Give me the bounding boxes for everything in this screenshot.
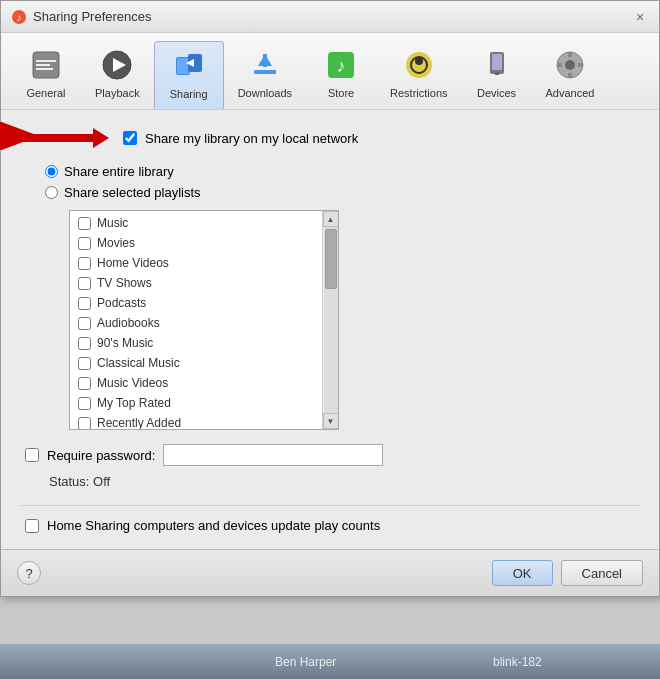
svg-rect-27 [557,63,562,67]
restrictions-icon [401,47,437,83]
tab-restrictions[interactable]: Restrictions [376,41,461,109]
tab-store-label: Store [328,87,354,99]
playlist-podcasts-check[interactable] [78,297,91,310]
taskbar-preview: Ben Harper blink-182 [0,644,660,679]
list-item: Movies [70,233,322,253]
button-group: OK Cancel [492,560,643,586]
tab-downloads-label: Downloads [238,87,292,99]
scroll-track [324,227,338,413]
svg-rect-28 [578,63,583,67]
share-entire-label: Share entire library [64,164,174,179]
svg-rect-4 [36,64,50,66]
share-network-row: Share my library on my local network [21,126,639,150]
svg-rect-5 [36,68,53,70]
playlist-musicvideos-label: Music Videos [97,376,168,390]
tab-playback[interactable]: Playback [81,41,154,109]
app-icon: ♪ [11,9,27,25]
svg-point-24 [565,60,575,70]
sharing-icon [171,48,207,84]
list-item: TV Shows [70,273,322,293]
tab-store[interactable]: ♪ Store [306,41,376,109]
tab-general-label: General [26,87,65,99]
list-item: 90's Music [70,333,322,353]
svg-rect-3 [36,60,56,62]
scroll-up-arrow[interactable]: ▲ [323,211,339,227]
svg-rect-9 [177,58,189,74]
share-entire-radio[interactable] [45,165,58,178]
status-label: Status: Off [49,474,110,489]
svg-rect-25 [568,52,572,57]
playlist-podcasts-label: Podcasts [97,296,146,310]
status-row: Status: Off [49,474,639,489]
home-sharing-label: Home Sharing computers and devices updat… [47,518,380,533]
password-input[interactable] [163,444,383,466]
devices-icon [479,47,515,83]
taskbar-artist-2: Ben Harper [275,655,336,669]
share-network-checkbox[interactable] [123,131,137,145]
tab-devices-label: Devices [477,87,516,99]
playlist-movies-check[interactable] [78,237,91,250]
store-icon: ♪ [323,47,359,83]
advanced-icon [552,47,588,83]
svg-rect-12 [254,70,276,74]
playlist-music-check[interactable] [78,217,91,230]
tab-sharing[interactable]: Sharing [154,41,224,109]
playlist-musicvideos-check[interactable] [78,377,91,390]
playlist-homevideos-check[interactable] [78,257,91,270]
ok-button[interactable]: OK [492,560,553,586]
playlist-90smusic-label: 90's Music [97,336,153,350]
tab-advanced[interactable]: Advanced [532,41,609,109]
cancel-button[interactable]: Cancel [561,560,643,586]
list-item: Music Videos [70,373,322,393]
tab-playback-label: Playback [95,87,140,99]
toolbar: General Playback [1,33,659,110]
playlist-audiobooks-label: Audiobooks [97,316,160,330]
window-title: Sharing Preferences [33,9,152,24]
tab-downloads[interactable]: Downloads [224,41,306,109]
share-selected-row: Share selected playlists [45,185,639,200]
scroll-down-arrow[interactable]: ▼ [323,413,339,429]
playlist-tvshows-label: TV Shows [97,276,152,290]
playlist-audiobooks-check[interactable] [78,317,91,330]
help-button[interactable]: ? [17,561,41,585]
svg-marker-31 [21,128,109,148]
radio-group: Share entire library Share selected play… [45,164,639,200]
content-area: Share my library on my local network Sha… [1,110,659,549]
divider [21,505,639,506]
playback-icon [99,47,135,83]
playlist-recentlyadded-label: Recently Added [97,416,181,429]
playlist-90smusic-check[interactable] [78,337,91,350]
list-item: Music [70,213,322,233]
playlist-toprated-check[interactable] [78,397,91,410]
share-selected-label: Share selected playlists [64,185,201,200]
bottom-bar: ? OK Cancel [1,549,659,596]
playlist-classical-check[interactable] [78,357,91,370]
tab-devices[interactable]: Devices [462,41,532,109]
list-item: Classical Music [70,353,322,373]
svg-rect-22 [495,72,499,75]
list-item: Podcasts [70,293,322,313]
home-sharing-checkbox[interactable] [25,519,39,533]
playlist-toprated-label: My Top Rated [97,396,171,410]
playlist-recentlyadded-check[interactable] [78,417,91,430]
playlist-scrollbar[interactable]: ▲ ▼ [322,211,338,429]
tab-sharing-label: Sharing [170,88,208,100]
list-item: My Top Rated [70,393,322,413]
close-button[interactable]: × [631,8,649,26]
share-selected-radio[interactable] [45,186,58,199]
taskbar-artist-3: blink-182 [493,655,542,669]
playlist-list[interactable]: Music Movies Home Videos TV Shows [70,211,322,429]
tab-general[interactable]: General [11,41,81,109]
require-password-checkbox[interactable] [25,448,39,462]
tab-restrictions-label: Restrictions [390,87,447,99]
playlist-tvshows-check[interactable] [78,277,91,290]
list-item: Home Videos [70,253,322,273]
svg-text:♪: ♪ [17,12,22,23]
svg-text:♪: ♪ [337,56,346,76]
general-icon [28,47,64,83]
share-network-label: Share my library on my local network [145,131,358,146]
playlist-homevideos-label: Home Videos [97,256,169,270]
list-item: Recently Added [70,413,322,429]
svg-rect-14 [263,54,267,67]
scroll-thumb[interactable] [325,229,337,289]
